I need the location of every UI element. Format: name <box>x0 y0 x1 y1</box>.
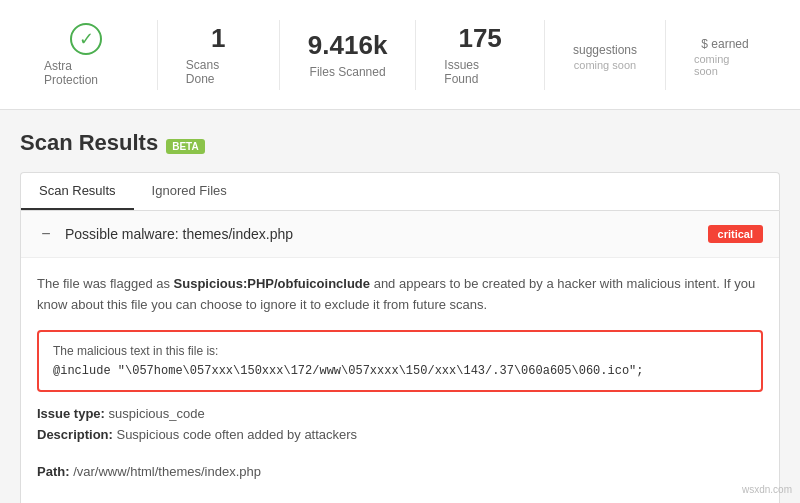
description-prefix: The file was flagged as <box>37 276 174 291</box>
beta-badge: Beta <box>166 139 204 154</box>
page-title: Scan Results <box>20 130 158 156</box>
issue-type-row: Issue type: suspicious_code <box>37 406 763 421</box>
earned-stat: $ earned coming soon <box>666 20 784 90</box>
path-label: Path: <box>37 464 70 479</box>
tab-ignored-files[interactable]: Ignored Files <box>134 173 245 210</box>
malicious-code-text: @include "\057home\057xxx\150xxx\172/www… <box>53 364 747 378</box>
watermark: wsxdn.com <box>742 484 792 495</box>
files-scanned-stat: 9.416k Files Scanned <box>280 20 417 90</box>
scans-done-stat: 1 Scans Done <box>158 20 280 90</box>
flagged-name: Suspicious:PHP/obfuicoinclude <box>174 276 370 291</box>
earned-coming-soon: coming soon <box>694 53 756 77</box>
suggestions-coming-soon: coming soon <box>574 59 636 71</box>
files-scanned-value: 9.416k <box>308 30 388 61</box>
malicious-code-label: The malicious text in this file is: <box>53 344 747 358</box>
result-title: Possible malware: themes/index.php <box>65 226 293 242</box>
main-content: Scan Results Beta Scan Results Ignored F… <box>0 110 800 503</box>
files-scanned-label: Files Scanned <box>310 65 386 79</box>
scans-done-label: Scans Done <box>186 58 251 86</box>
collapse-icon[interactable]: − <box>37 225 55 243</box>
malicious-code-box: The malicious text in this file is: @inc… <box>37 330 763 392</box>
issues-found-value: 175 <box>458 23 501 54</box>
suggestions-stat: suggestions coming soon <box>545 20 666 90</box>
earned-label: $ earned <box>701 37 748 51</box>
description-row: Description: Suspicious code often added… <box>37 427 763 442</box>
tab-scan-results[interactable]: Scan Results <box>21 173 134 210</box>
suggestions-label: suggestions <box>573 43 637 57</box>
result-body: The file was flagged as Suspicious:PHP/o… <box>21 258 779 503</box>
description-value: Suspicious code often added by attackers <box>116 427 357 442</box>
result-header-left: − Possible malware: themes/index.php <box>37 225 293 243</box>
stats-bar: ✓ Astra Protection 1 Scans Done 9.416k F… <box>0 0 800 110</box>
result-header: − Possible malware: themes/index.php cri… <box>21 211 779 258</box>
description-label: Description: <box>37 427 113 442</box>
tabs-container: Scan Results Ignored Files <box>20 172 780 210</box>
issue-type-value: suspicious_code <box>109 406 205 421</box>
astra-protection-label: Astra Protection <box>44 59 129 87</box>
path-row: Path: /var/www/html/themes/index.php <box>37 464 763 479</box>
issues-found-stat: 175 Issues Found <box>416 20 545 90</box>
path-value: /var/www/html/themes/index.php <box>73 464 261 479</box>
scans-done-value: 1 <box>211 23 225 54</box>
issues-found-label: Issues Found <box>444 58 516 86</box>
page-title-container: Scan Results Beta <box>20 130 780 156</box>
astra-protection-stat: ✓ Astra Protection <box>16 20 158 90</box>
results-panel: − Possible malware: themes/index.php cri… <box>20 210 780 503</box>
check-icon: ✓ <box>70 23 102 55</box>
critical-badge: critical <box>708 225 763 243</box>
result-description: The file was flagged as Suspicious:PHP/o… <box>37 274 763 316</box>
issue-type-label: Issue type: <box>37 406 105 421</box>
